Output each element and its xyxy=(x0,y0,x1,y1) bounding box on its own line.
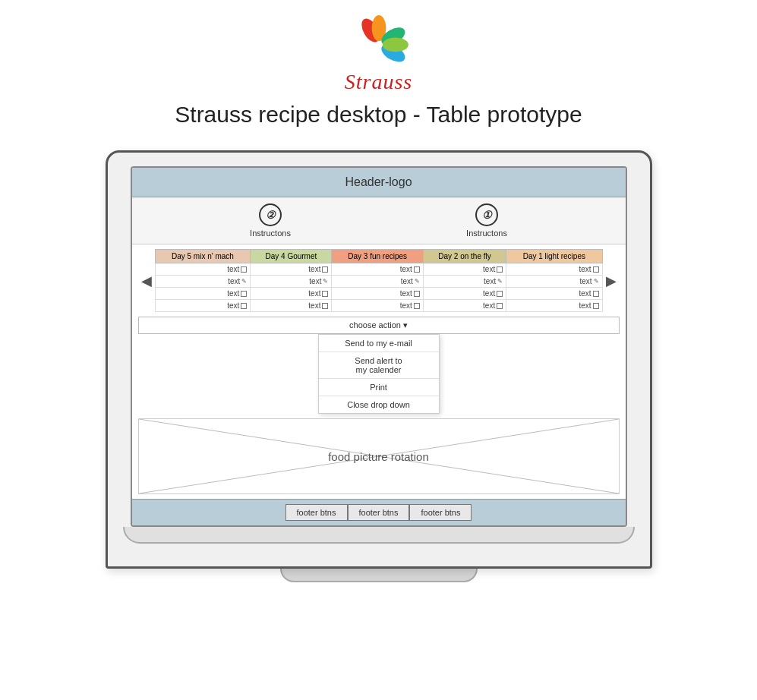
cell-d3r4: text xyxy=(332,300,423,312)
checkbox-d5r4[interactable] xyxy=(241,303,247,309)
edit-icon-d5r2[interactable]: ✎ xyxy=(241,278,247,285)
edit-icon-d4r2[interactable]: ✎ xyxy=(323,278,328,285)
checkbox-d4r4[interactable] xyxy=(322,303,328,309)
cell-d1r3: text xyxy=(506,288,602,300)
col-header-day4: Day 4 Gourmet xyxy=(251,250,332,263)
checkbox-d2r1[interactable] xyxy=(497,266,503,273)
cell-d5r4: text xyxy=(155,300,251,312)
recipe-table: Day 5 mix n' mach Day 4 Gourmet Day 3 fu… xyxy=(155,249,603,312)
footer-btn-1[interactable]: footer btns xyxy=(285,504,348,521)
choose-action-bar[interactable]: choose action ▾ xyxy=(138,317,620,334)
dropdown-menu: Send to my e-mail Send alert tomy calend… xyxy=(318,334,440,414)
table-row: text text text text text xyxy=(155,263,602,276)
nav-label-2: Instructons xyxy=(250,229,291,238)
footer-btn-2[interactable]: footer btns xyxy=(348,504,410,521)
screen-nav: ② Instructons ① Instructons xyxy=(132,197,626,244)
svg-point-5 xyxy=(375,41,382,48)
nav-item-2[interactable]: ② Instructons xyxy=(250,203,291,238)
edit-icon-d2r2[interactable]: ✎ xyxy=(497,278,503,285)
cell-d4r4: text xyxy=(251,300,332,312)
footer-btn-3[interactable]: footer btns xyxy=(409,504,472,521)
screen-header: Header-logo xyxy=(132,168,626,197)
cell-d4r1: text xyxy=(251,263,332,276)
page-title: Strauss recipe desktop - Table prototype xyxy=(175,102,582,128)
cell-d5r2: text ✎ xyxy=(155,276,251,288)
checkbox-d1r3[interactable] xyxy=(593,291,599,297)
cell-d4r3: text xyxy=(251,288,332,300)
choose-action-label: choose action ▾ xyxy=(349,320,408,330)
checkbox-d2r4[interactable] xyxy=(497,303,503,309)
table-row: text ✎ text ✎ text ✎ text ✎ text ✎ xyxy=(155,276,602,288)
checkbox-d4r3[interactable] xyxy=(322,291,328,297)
checkbox-d3r4[interactable] xyxy=(414,303,420,309)
cell-d4r2: text ✎ xyxy=(251,276,332,288)
cell-d3r3: text xyxy=(332,288,423,300)
right-arrow[interactable]: ▶ xyxy=(603,249,620,312)
cell-d3r1: text xyxy=(332,263,423,276)
cell-d1r4: text xyxy=(506,300,602,312)
nav-circle-1: ① xyxy=(475,203,498,226)
strauss-logo-icon xyxy=(349,15,409,68)
checkbox-d2r3[interactable] xyxy=(497,291,503,297)
table-row: text text text text text xyxy=(155,300,602,312)
dropdown-item-email[interactable]: Send to my e-mail xyxy=(319,335,439,352)
checkbox-d1r1[interactable] xyxy=(593,266,599,273)
laptop-container: Header-logo ② Instructons ① Instructons … xyxy=(106,150,652,582)
edit-icon-d3r2[interactable]: ✎ xyxy=(415,278,420,285)
cell-d1r1: text xyxy=(506,263,602,276)
left-arrow[interactable]: ◀ xyxy=(138,249,155,312)
laptop-screen: Header-logo ② Instructons ① Instructons … xyxy=(131,166,627,527)
laptop-stand xyxy=(280,569,478,582)
nav-label-1: Instructons xyxy=(466,229,507,238)
checkbox-d3r3[interactable] xyxy=(414,291,420,297)
svg-point-4 xyxy=(382,38,408,52)
col-header-day2: Day 2 on the fly xyxy=(423,250,506,263)
nav-item-1[interactable]: ① Instructons xyxy=(466,203,507,238)
logo-area: Strauss xyxy=(345,15,412,94)
laptop-body: Header-logo ② Instructons ① Instructons … xyxy=(106,150,652,569)
table-row: text text text text text xyxy=(155,288,602,300)
checkbox-d5r3[interactable] xyxy=(241,291,247,297)
food-picture-label: food picture rotation xyxy=(328,450,429,463)
dropdown-item-print[interactable]: Print xyxy=(319,379,439,396)
col-header-day3: Day 3 fun recipes xyxy=(332,250,423,263)
cell-d1r2: text ✎ xyxy=(506,276,602,288)
cell-d2r1: text xyxy=(423,263,506,276)
header-logo-label: Header-logo xyxy=(345,175,412,188)
checkbox-d4r1[interactable] xyxy=(322,266,328,273)
table-area: ◀ Day 5 mix n' mach Day 4 Gourmet Day 3 … xyxy=(132,244,626,317)
cell-d2r3: text xyxy=(423,288,506,300)
dropdown-item-calendar[interactable]: Send alert tomy calender xyxy=(319,352,439,379)
cell-d3r2: text ✎ xyxy=(332,276,423,288)
cell-d5r1: text xyxy=(155,263,251,276)
edit-icon-d1r2[interactable]: ✎ xyxy=(594,278,599,285)
cell-d2r4: text xyxy=(423,300,506,312)
checkbox-d1r4[interactable] xyxy=(593,303,599,309)
col-header-day1: Day 1 light recipes xyxy=(506,250,602,263)
logo-text: Strauss xyxy=(345,70,412,94)
checkbox-d3r1[interactable] xyxy=(414,266,420,273)
cell-d2r2: text ✎ xyxy=(423,276,506,288)
checkbox-d5r1[interactable] xyxy=(241,266,247,273)
screen-footer: footer btns footer btns footer btns xyxy=(132,499,626,525)
food-picture-area: food picture rotation xyxy=(138,418,620,494)
laptop-base xyxy=(123,527,635,544)
nav-circle-2: ② xyxy=(259,203,282,226)
dropdown-item-close[interactable]: Close drop down xyxy=(319,396,439,413)
cell-d5r3: text xyxy=(155,288,251,300)
col-header-day5: Day 5 mix n' mach xyxy=(155,250,251,263)
